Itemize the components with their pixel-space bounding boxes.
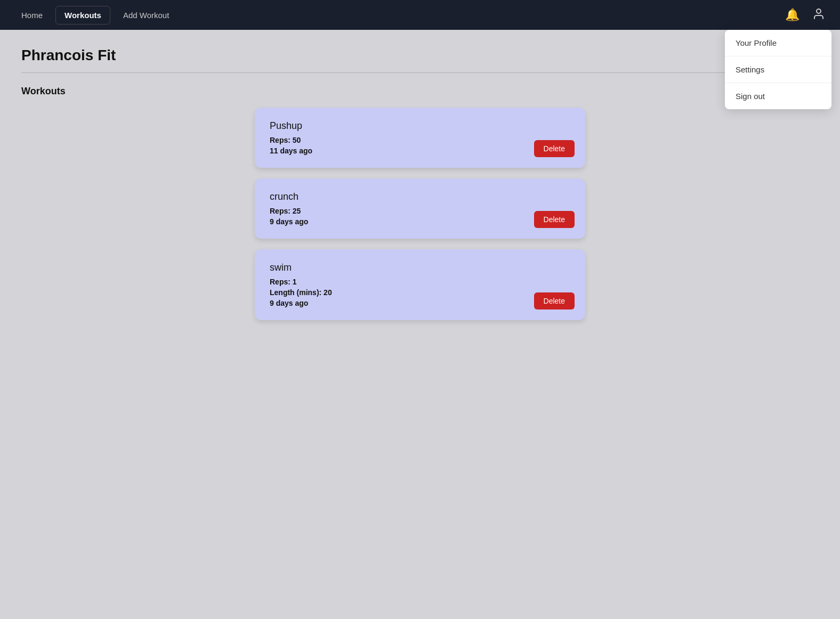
user-icon <box>812 10 825 23</box>
workout-name-0: Pushup <box>270 120 570 132</box>
nav-add-workout[interactable]: Add Workout <box>115 6 177 24</box>
bell-icon-button[interactable]: 🔔 <box>783 7 802 23</box>
page-content: Phrancois Fit Workouts Pushup Reps: 50 1… <box>0 30 840 337</box>
page-divider <box>21 72 819 73</box>
workout-name-2: swim <box>270 262 570 273</box>
page-title: Phrancois Fit <box>21 47 819 64</box>
nav-workouts[interactable]: Workouts <box>55 6 110 25</box>
workout-card-2: swim Reps: 1 Length (mins): 20 9 days ag… <box>255 249 585 320</box>
bell-icon: 🔔 <box>785 8 799 21</box>
user-icon-button[interactable] <box>810 5 827 25</box>
workout-card-0: Pushup Reps: 50 11 days ago Delete <box>255 108 585 168</box>
svg-point-0 <box>817 9 821 13</box>
nav-home[interactable]: Home <box>13 6 51 24</box>
workout-time-0: 11 days ago <box>270 146 570 155</box>
workout-name-1: crunch <box>270 191 570 202</box>
nav-icons: 🔔 <box>783 5 827 25</box>
nav-links: Home Workouts Add Workout <box>13 6 783 25</box>
workout-card-1: crunch Reps: 25 9 days ago Delete <box>255 178 585 239</box>
workout-time-2: 9 days ago <box>270 299 570 307</box>
navbar: Home Workouts Add Workout 🔔 Your Profile… <box>0 0 840 30</box>
delete-button-0[interactable]: Delete <box>534 140 575 157</box>
dropdown-settings[interactable]: Settings <box>725 56 831 83</box>
workout-time-1: 9 days ago <box>270 217 570 226</box>
workouts-list: Pushup Reps: 50 11 days ago Delete crunc… <box>255 108 585 320</box>
dropdown-sign-out[interactable]: Sign out <box>725 83 831 109</box>
workout-reps-2: Reps: 1 <box>270 278 570 286</box>
section-title: Workouts <box>21 86 819 97</box>
delete-button-2[interactable]: Delete <box>534 292 575 309</box>
workout-length-2: Length (mins): 20 <box>270 288 570 297</box>
workout-reps-0: Reps: 50 <box>270 136 570 144</box>
delete-button-1[interactable]: Delete <box>534 211 575 228</box>
workout-reps-1: Reps: 25 <box>270 207 570 215</box>
dropdown-your-profile[interactable]: Your Profile <box>725 30 831 56</box>
user-dropdown: Your Profile Settings Sign out <box>725 30 831 109</box>
